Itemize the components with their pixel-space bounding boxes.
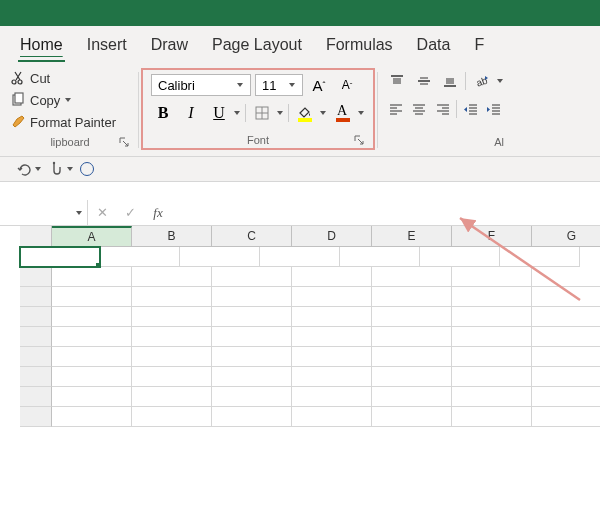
cell[interactable] (372, 387, 452, 407)
row-header[interactable] (20, 387, 52, 407)
column-header[interactable]: D (292, 226, 372, 246)
font-size-dropdown[interactable]: 11 (255, 74, 303, 96)
cell[interactable] (500, 247, 580, 267)
row-header[interactable] (20, 287, 52, 307)
cell[interactable] (292, 267, 372, 287)
chevron-down-icon[interactable] (66, 165, 74, 173)
cell[interactable] (532, 307, 600, 327)
tab-draw[interactable]: Draw (149, 32, 190, 62)
record-icon[interactable] (80, 162, 94, 176)
column-header[interactable]: E (372, 226, 452, 246)
cell[interactable] (372, 347, 452, 367)
cell[interactable] (212, 307, 292, 327)
tab-partial[interactable]: F (472, 32, 486, 62)
row-header[interactable] (20, 347, 52, 367)
chevron-down-icon[interactable] (34, 165, 42, 173)
cell[interactable] (52, 347, 132, 367)
column-header[interactable]: A (52, 226, 132, 246)
cell[interactable] (532, 367, 600, 387)
borders-button[interactable] (250, 102, 274, 124)
select-all-triangle[interactable] (20, 226, 52, 246)
cell[interactable] (532, 407, 600, 427)
cell[interactable] (292, 327, 372, 347)
cell[interactable] (452, 367, 532, 387)
row-header[interactable] (20, 267, 52, 287)
increase-font-button[interactable]: Aˆ (307, 74, 331, 96)
cell[interactable] (52, 407, 132, 427)
redo-icon[interactable] (16, 161, 32, 177)
cell[interactable] (292, 287, 372, 307)
touch-mode-icon[interactable] (48, 161, 64, 177)
align-bottom-button[interactable] (439, 70, 461, 92)
column-header[interactable]: B (132, 226, 212, 246)
chevron-down-icon[interactable] (288, 81, 296, 89)
cell[interactable] (132, 347, 212, 367)
cell[interactable] (340, 247, 420, 267)
font-color-button[interactable]: A (331, 102, 355, 124)
align-left-button[interactable] (386, 98, 405, 120)
column-header[interactable]: G (532, 226, 600, 246)
cell[interactable] (420, 247, 500, 267)
align-center-button[interactable] (409, 98, 428, 120)
cell[interactable] (532, 387, 600, 407)
font-dialog-launcher[interactable] (353, 134, 365, 146)
align-middle-button[interactable] (412, 70, 434, 92)
cell[interactable] (212, 327, 292, 347)
cell[interactable] (132, 367, 212, 387)
column-header[interactable]: F (452, 226, 532, 246)
tab-data[interactable]: Data (415, 32, 453, 62)
cell[interactable] (52, 387, 132, 407)
cell[interactable] (212, 267, 292, 287)
cell[interactable] (532, 327, 600, 347)
cell[interactable] (292, 407, 372, 427)
tab-home[interactable]: Home (18, 32, 65, 62)
cell[interactable] (292, 347, 372, 367)
decrease-font-button[interactable]: Aˇ (335, 74, 359, 96)
cancel-formula-button[interactable]: ✕ (88, 200, 116, 225)
format-painter-button[interactable]: Format Painter (10, 114, 130, 130)
cut-button[interactable]: Cut (10, 70, 130, 86)
cell[interactable] (372, 407, 452, 427)
cell[interactable] (212, 287, 292, 307)
cell[interactable] (532, 267, 600, 287)
cell[interactable] (52, 367, 132, 387)
cell[interactable] (292, 307, 372, 327)
cell[interactable] (372, 367, 452, 387)
cell[interactable] (212, 407, 292, 427)
cell[interactable] (180, 247, 260, 267)
cell[interactable] (452, 307, 532, 327)
decrease-indent-button[interactable] (461, 98, 480, 120)
insert-function-button[interactable]: fx (144, 200, 172, 225)
cell[interactable] (452, 287, 532, 307)
cell[interactable] (452, 267, 532, 287)
cell[interactable] (212, 367, 292, 387)
align-right-button[interactable] (433, 98, 452, 120)
chevron-down-icon[interactable] (357, 109, 365, 117)
name-box[interactable] (0, 200, 88, 225)
align-top-button[interactable] (386, 70, 408, 92)
cell[interactable] (292, 387, 372, 407)
chevron-down-icon[interactable] (64, 96, 72, 104)
fill-color-button[interactable] (293, 102, 317, 124)
row-header[interactable] (20, 367, 52, 387)
italic-button[interactable]: I (179, 102, 203, 124)
cell[interactable] (452, 347, 532, 367)
cell[interactable] (452, 327, 532, 347)
tab-formulas[interactable]: Formulas (324, 32, 395, 62)
cell[interactable] (372, 307, 452, 327)
row-header[interactable] (20, 327, 52, 347)
tab-page-layout[interactable]: Page Layout (210, 32, 304, 62)
increase-indent-button[interactable] (485, 98, 504, 120)
enter-formula-button[interactable]: ✓ (116, 200, 144, 225)
tab-insert[interactable]: Insert (85, 32, 129, 62)
cell[interactable] (52, 287, 132, 307)
chevron-down-icon[interactable] (276, 109, 284, 117)
cell[interactable] (132, 307, 212, 327)
cell[interactable] (132, 407, 212, 427)
cell[interactable] (212, 347, 292, 367)
cell[interactable] (52, 327, 132, 347)
cell[interactable] (52, 267, 132, 287)
underline-button[interactable]: U (207, 102, 231, 124)
cell[interactable] (132, 287, 212, 307)
orientation-button[interactable]: ab (470, 70, 494, 92)
